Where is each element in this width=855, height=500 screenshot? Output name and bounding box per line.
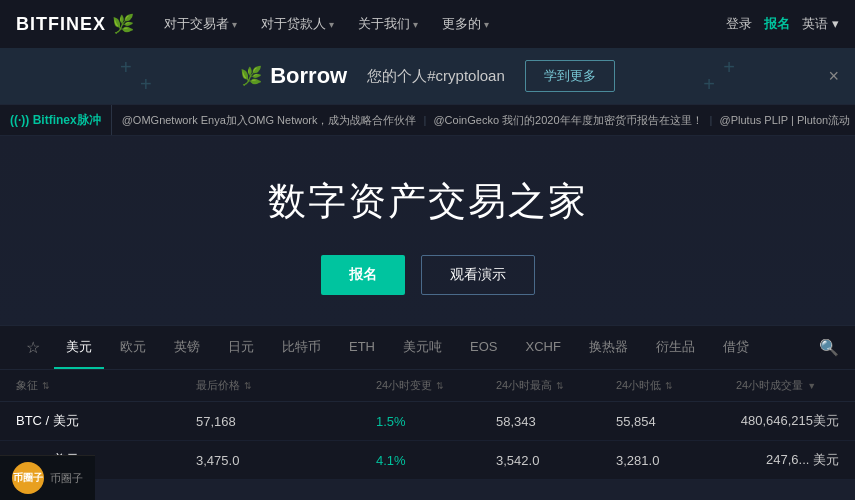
decoration-plus: +: [140, 73, 152, 96]
chevron-down-icon: ▾: [329, 19, 334, 30]
low-eth: 3,281.0: [616, 453, 736, 468]
col-change: 24小时变更 ⇅: [376, 378, 496, 393]
nav-item-lenders[interactable]: 对于贷款人 ▾: [251, 11, 344, 37]
login-button[interactable]: 登录: [726, 15, 752, 33]
ticker-bar: ((·)) Bitfinex脉冲 @OMGnetwork Enya加入OMG N…: [0, 104, 855, 136]
logo-text: BITFINEX: [16, 14, 106, 35]
hero-section: 数字资产交易之家 报名 观看演示: [0, 136, 855, 325]
tab-xchf[interactable]: XCHF: [513, 326, 572, 369]
ticker-content: @OMGnetwork Enya加入OMG Network，成为战略合作伙伴 |…: [112, 113, 855, 128]
sort-icon[interactable]: ▼: [807, 381, 816, 391]
decoration-plus: +: [120, 56, 132, 79]
nav-item-more[interactable]: 更多的 ▾: [432, 11, 499, 37]
hero-buttons: 报名 观看演示: [20, 255, 835, 295]
sort-icon[interactable]: ⇅: [244, 381, 252, 391]
borrow-leaf-icon: 🌿: [240, 65, 262, 87]
market-section: ☆ 美元 欧元 英镑 日元 比特币 ETH 美元吨 EOS XCHF 换热器 衍…: [0, 325, 855, 480]
brand-label: 币圈子: [50, 471, 83, 486]
search-icon[interactable]: 🔍: [819, 338, 839, 357]
bottom-branding: 币圈子 币圈子: [0, 455, 95, 500]
decoration-plus: +: [723, 56, 735, 79]
col-low: 24小时低 ⇅: [616, 378, 736, 393]
sort-icon[interactable]: ⇅: [436, 381, 444, 391]
hero-title: 数字资产交易之家: [20, 176, 835, 227]
col-high: 24小时最高 ⇅: [496, 378, 616, 393]
language-selector[interactable]: 英语 ▾: [802, 15, 839, 33]
nav-item-traders[interactable]: 对于交易者 ▾: [154, 11, 247, 37]
logo-leaf-icon: 🌿: [112, 13, 134, 35]
tab-btc[interactable]: 比特币: [270, 326, 333, 369]
symbol-btc: BTC / 美元: [16, 412, 196, 430]
chevron-down-icon: ▾: [413, 19, 418, 30]
chevron-down-icon: ▾: [484, 19, 489, 30]
chevron-down-icon: ▾: [232, 19, 237, 30]
low-btc: 55,854: [616, 414, 736, 429]
high-eth: 3,542.0: [496, 453, 616, 468]
tab-jpy[interactable]: 日元: [216, 326, 266, 369]
sort-icon[interactable]: ⇅: [665, 381, 673, 391]
banner-borrow-title: 🌿 Borrow: [240, 63, 347, 89]
tab-eur[interactable]: 欧元: [108, 326, 158, 369]
ticker-item: @CoinGecko 我们的2020年年度加密货币报告在这里！: [433, 114, 702, 126]
hero-demo-button[interactable]: 观看演示: [421, 255, 535, 295]
tab-derivatives[interactable]: 衍生品: [644, 326, 707, 369]
change-eth: 4.1%: [376, 453, 496, 468]
tab-eth[interactable]: ETH: [337, 326, 387, 369]
ticker-brand: ((·)) Bitfinex脉冲: [0, 105, 112, 135]
market-table: 象征 ⇅ 最后价格 ⇅ 24小时变更 ⇅ 24小时最高 ⇅ 24小时低 ⇅ 24…: [0, 370, 855, 480]
tab-exchange[interactable]: 换热器: [577, 326, 640, 369]
tab-gbp[interactable]: 英镑: [162, 326, 212, 369]
tab-eos[interactable]: EOS: [458, 326, 509, 369]
hero-signup-button[interactable]: 报名: [321, 255, 405, 295]
sort-icon[interactable]: ⇅: [556, 381, 564, 391]
price-eth: 3,475.0: [196, 453, 376, 468]
promo-banner: + + + + 🌿 Borrow 您的个人#cryptoloan 学到更多 ×: [0, 48, 855, 104]
banner-close-button[interactable]: ×: [828, 66, 839, 87]
tab-usd[interactable]: 美元: [54, 326, 104, 369]
change-btc: 1.5%: [376, 414, 496, 429]
volume-btc: 480,646,215美元: [736, 412, 839, 430]
table-row[interactable]: BTC / 美元 57,168 1.5% 58,343 55,854 480,6…: [0, 402, 855, 441]
logo[interactable]: BITFINEX 🌿: [16, 13, 134, 35]
ticker-item: @Plutus PLIP | Pluton流动: [720, 114, 851, 126]
banner-subtitle: 您的个人#cryptoloan: [367, 67, 505, 86]
table-header: 象征 ⇅ 最后价格 ⇅ 24小时变更 ⇅ 24小时最高 ⇅ 24小时低 ⇅ 24…: [0, 370, 855, 402]
decoration-plus: +: [703, 73, 715, 96]
nav-right: 登录 报名 英语 ▾: [726, 15, 839, 33]
chevron-down-icon: ▾: [832, 16, 839, 31]
favorites-tab[interactable]: ☆: [16, 332, 50, 363]
sort-icon[interactable]: ⇅: [42, 381, 50, 391]
tab-lending[interactable]: 借贷: [711, 326, 761, 369]
high-btc: 58,343: [496, 414, 616, 429]
volume-eth: 247,6... 美元: [736, 451, 839, 469]
navbar: BITFINEX 🌿 对于交易者 ▾ 对于贷款人 ▾ 关于我们 ▾ 更多的 ▾ …: [0, 0, 855, 48]
table-row[interactable]: ETH / 美元 3,475.0 4.1% 3,542.0 3,281.0 24…: [0, 441, 855, 480]
col-symbol: 象征 ⇅: [16, 378, 196, 393]
tab-udt[interactable]: 美元吨: [391, 326, 454, 369]
nav-item-about[interactable]: 关于我们 ▾: [348, 11, 428, 37]
signup-button[interactable]: 报名: [764, 15, 790, 33]
price-btc: 57,168: [196, 414, 376, 429]
nav-links: 对于交易者 ▾ 对于贷款人 ▾ 关于我们 ▾ 更多的 ▾: [154, 11, 718, 37]
col-volume: 24小时成交量 ▼: [736, 378, 839, 393]
brand-logo: 币圈子: [12, 462, 44, 494]
ticker-item: @OMGnetwork Enya加入OMG Network，成为战略合作伙伴: [122, 114, 417, 126]
market-tabs: ☆ 美元 欧元 英镑 日元 比特币 ETH 美元吨 EOS XCHF 换热器 衍…: [0, 326, 855, 370]
banner-cta-button[interactable]: 学到更多: [525, 60, 615, 92]
col-last-price: 最后价格 ⇅: [196, 378, 376, 393]
